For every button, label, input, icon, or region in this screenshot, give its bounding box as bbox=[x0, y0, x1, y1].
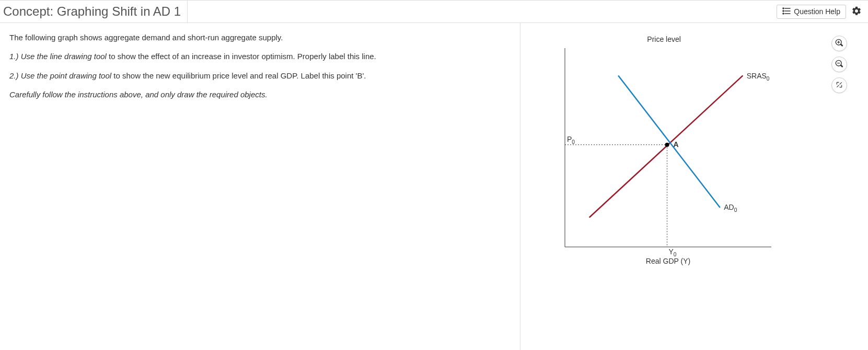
svg-text:A: A bbox=[674, 140, 679, 149]
chart-area[interactable]: Real GDP (Y)Price levelP0Y0SRAS0AD0A bbox=[536, 32, 829, 325]
zoom-out-icon bbox=[835, 60, 843, 70]
instructions-caution: Carefully follow the instructions above,… bbox=[9, 89, 511, 100]
question-help-button[interactable]: Question Help bbox=[777, 5, 846, 19]
instructions-intro: The following graph shows aggregate dema… bbox=[9, 32, 511, 43]
svg-line-16 bbox=[619, 76, 720, 207]
list-icon bbox=[782, 7, 791, 16]
zoom-out-button[interactable] bbox=[831, 57, 847, 72]
instructions-step-2: 2.) Use the point drawing tool to show t… bbox=[9, 71, 511, 81]
svg-text:AD0: AD0 bbox=[724, 203, 737, 213]
fullscreen-icon bbox=[836, 81, 843, 90]
question-help-label: Question Help bbox=[794, 7, 840, 16]
instructions-step-1: 1.) Use the line drawing tool to show th… bbox=[9, 51, 511, 62]
settings-button[interactable] bbox=[849, 4, 864, 19]
graph-panel: Real GDP (Y)Price levelP0Y0SRAS0AD0A bbox=[520, 23, 868, 350]
svg-point-18 bbox=[665, 143, 669, 147]
svg-point-4 bbox=[783, 13, 784, 14]
svg-text:P0: P0 bbox=[567, 135, 575, 145]
svg-point-2 bbox=[783, 10, 784, 12]
svg-point-0 bbox=[783, 8, 784, 9]
svg-text:SRAS0: SRAS0 bbox=[747, 72, 770, 82]
zoom-in-button[interactable] bbox=[831, 36, 847, 51]
zoom-in-icon bbox=[835, 39, 843, 49]
page-title: Concept: Graphing Shift in AD 1 bbox=[3, 0, 188, 23]
svg-text:Real GDP (Y): Real GDP (Y) bbox=[646, 257, 690, 265]
instructions-panel: The following graph shows aggregate dema… bbox=[0, 23, 520, 350]
page-header: Concept: Graphing Shift in AD 1 Question… bbox=[0, 0, 868, 23]
fullscreen-button[interactable] bbox=[831, 77, 847, 93]
gear-icon bbox=[851, 6, 862, 18]
svg-text:Price level: Price level bbox=[647, 35, 681, 43]
svg-text:Y0: Y0 bbox=[669, 247, 677, 257]
